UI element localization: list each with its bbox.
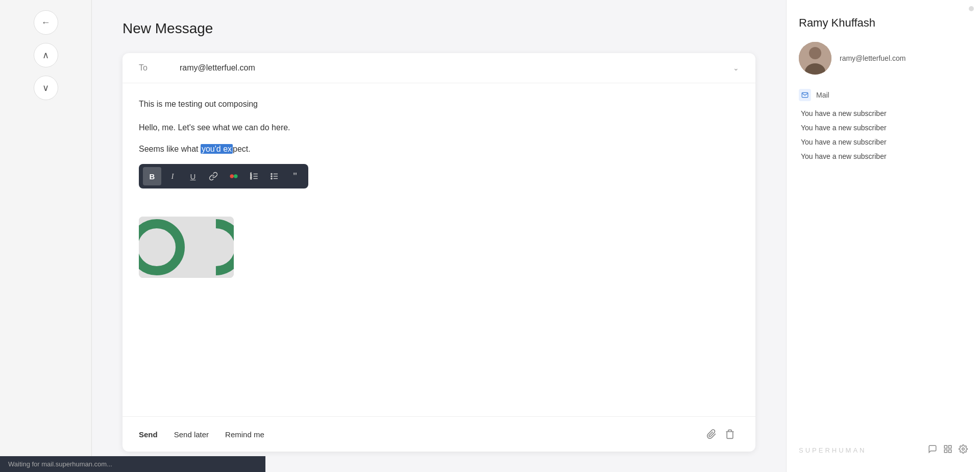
send-button[interactable]: Send [139,426,166,443]
svg-point-0 [230,174,234,178]
superhuman-logo: SUPERHUMAN [799,446,866,454]
mail-section: Mail [799,89,968,101]
status-dot [969,6,974,11]
compose-card: To ramy@letterfuel.com ⌄ This is me test… [122,53,755,452]
subject-line: This is me testing out composing [139,100,739,109]
svg-rect-17 [944,445,947,448]
avatar [799,42,831,75]
remind-me-button[interactable]: Remind me [225,426,273,443]
back-button[interactable]: ← [34,10,58,35]
highlighted-word: you'd ex [201,144,233,154]
svg-point-21 [962,448,965,451]
to-row: To ramy@letterfuel.com ⌄ [122,53,755,83]
svg-point-1 [234,174,238,178]
list-item: You have a new subscriber [801,109,968,117]
status-text: Waiting for mail.superhuman.com... [8,460,112,468]
mail-icon [799,89,811,101]
status-bar: Waiting for mail.superhuman.com... [0,456,265,472]
grid-icon[interactable] [943,444,952,456]
to-label: To [139,63,180,73]
svg-point-13 [271,178,272,179]
chat-icon[interactable] [928,444,937,456]
quote-button[interactable]: " [286,167,304,185]
svg-rect-20 [949,450,951,453]
bullet-list-button[interactable] [265,167,284,185]
page-title: New Message [122,20,755,37]
chevron-down-icon[interactable]: ⌄ [733,64,739,72]
link-button[interactable] [204,167,223,185]
panel-footer-icons [928,444,968,456]
bold-button[interactable]: B [143,167,161,185]
svg-point-12 [271,176,272,177]
attachment-button[interactable] [702,425,721,443]
svg-point-11 [271,173,272,174]
underline-button[interactable]: U [184,167,202,185]
compose-footer: Send Send later Remind me [122,416,755,452]
settings-icon[interactable] [959,444,968,456]
svg-text:3: 3 [251,177,252,180]
list-item: You have a new subscriber [801,124,968,132]
contact-email-right: ramy@letterfuel.com [840,54,905,62]
italic-button[interactable]: I [163,167,182,185]
svg-point-15 [809,47,821,59]
body-line2: Seems like what you'd expect. [139,143,739,156]
delete-button[interactable] [721,425,739,443]
numbered-list-button[interactable]: 1 2 3 [245,167,263,185]
compose-body[interactable]: This is me testing out composing Hello, … [122,83,755,416]
left-nav: ← ∧ ∨ [0,0,92,472]
send-later-button[interactable]: Send later [174,426,217,443]
list-item: You have a new subscriber [801,138,968,146]
color-button[interactable] [225,167,243,185]
list-item: You have a new subscriber [801,152,968,160]
body-after-highlight: pect. [233,145,251,153]
svg-rect-19 [944,450,947,453]
to-email-value: ramy@letterfuel.com [180,63,733,73]
main-content: New Message To ramy@letterfuel.com ⌄ Thi… [92,0,786,472]
mail-label: Mail [816,91,829,99]
formatting-toolbar: B I U [139,164,308,188]
body-before-highlight: Seems like what [139,145,201,153]
contact-info: ramy@letterfuel.com [799,42,968,75]
svg-rect-18 [949,445,951,448]
body-line1: Hello, me. Let's see what we can do here… [139,121,739,134]
up-button[interactable]: ∧ [34,43,58,67]
contact-name: Ramy Khuffash [799,16,968,30]
notification-list: You have a new subscriber You have a new… [799,109,968,160]
right-panel-footer: SUPERHUMAN [799,444,968,456]
down-button[interactable]: ∨ [34,76,58,100]
image-attachment [139,217,234,278]
right-panel: Ramy Khuffash ramy@letterfuel.com Mail Y… [786,0,980,472]
